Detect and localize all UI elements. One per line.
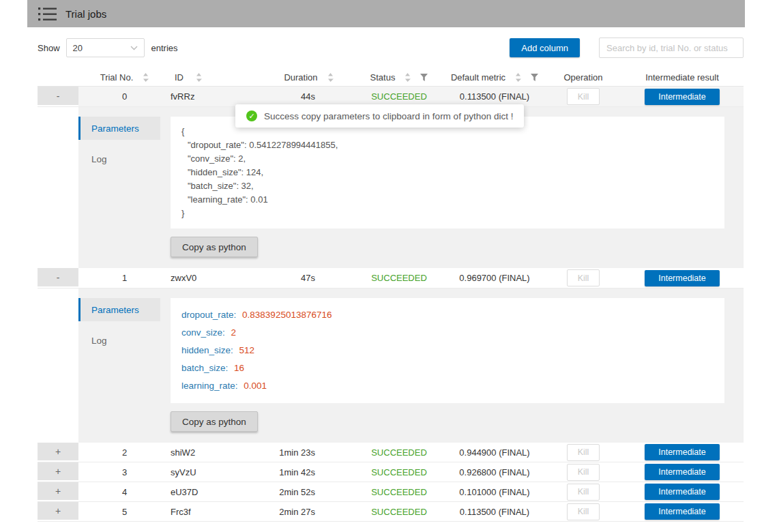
parameter-key: learning_rate: [181, 381, 238, 391]
titlebar: Trial jobs [27, 0, 745, 27]
trial-no-header-label[interactable]: Trial No. [100, 72, 134, 83]
duration-header-label[interactable]: Duration [284, 72, 317, 83]
column-header-id: ID [171, 72, 263, 83]
metric-cell: 0.926800 (FINAL) [443, 467, 546, 477]
duration-cell: 1min 23s [263, 447, 355, 458]
default-metric-header-label[interactable]: Default metric [451, 72, 505, 83]
toast-notification: ✓ Success copy parameters to clipboard i… [235, 104, 524, 128]
table-header-row: Trial No. ID Duration Status Default met… [38, 69, 744, 87]
duration-cell: 47s [263, 273, 355, 283]
trial-id-cell: eU37D [171, 487, 263, 497]
duration-cell: 2min 52s [263, 487, 355, 497]
intermediate-button[interactable]: Intermediate [645, 484, 720, 500]
column-header-status: Status [355, 72, 443, 83]
filter-icon[interactable] [531, 74, 538, 81]
json-line: "hidden_size": 124, [181, 166, 714, 179]
expand-row-button[interactable]: + [38, 462, 78, 480]
trial-id-cell: shiW2 [171, 447, 263, 458]
kill-button[interactable]: Kill [567, 503, 600, 520]
trial-no-cell: 3 [78, 467, 171, 477]
metric-cell: 0.969700 (FINAL) [443, 273, 546, 283]
parameter-line: dropout_rate: 0.8383925013876716 [181, 306, 714, 324]
parameters-list-box: dropout_rate: 0.8383925013876716 conv_si… [171, 298, 724, 403]
parameters-json-box: { "dropout_rate": 0.5412278994441855, "c… [171, 117, 724, 228]
kill-button[interactable]: Kill [567, 464, 600, 481]
operation-header-label: Operation [563, 72, 602, 83]
add-column-button[interactable]: Add column [510, 38, 580, 57]
tab-parameters[interactable]: Parameters [78, 117, 160, 140]
search-input[interactable] [599, 38, 744, 58]
table-row: + 5 Frc3f 2min 27s SUCCEEDED 0.113500 (F… [38, 502, 744, 522]
status-cell: SUCCEEDED [355, 487, 443, 497]
kill-button[interactable]: Kill [567, 444, 600, 461]
parameter-line: learning_rate: 0.001 [181, 377, 714, 395]
trial-id-cell: zwxV0 [171, 273, 263, 283]
json-line: "batch_size": 32, [181, 179, 714, 193]
parameter-value: 0.001 [244, 381, 267, 391]
copy-as-python-button[interactable]: Copy as python [171, 411, 258, 432]
sort-icon[interactable] [515, 73, 521, 82]
status-cell: SUCCEEDED [355, 273, 443, 283]
intermediate-button[interactable]: Intermediate [645, 464, 720, 480]
tab-log[interactable]: Log [78, 336, 160, 346]
intermediate-button[interactable]: Intermediate [645, 444, 720, 460]
id-header-label[interactable]: ID [175, 72, 183, 83]
detail-body: { "dropout_rate": 0.5412278994441855, "c… [160, 107, 744, 268]
status-cell: SUCCEEDED [355, 447, 443, 458]
parameter-key: conv_size: [181, 327, 225, 338]
metric-cell: 0.101000 (FINAL) [443, 487, 546, 497]
parameter-line: conv_size: 2 [181, 324, 714, 342]
parameter-value: 2 [231, 327, 237, 338]
duration-cell: 1min 42s [263, 467, 355, 477]
sort-icon[interactable] [143, 73, 149, 82]
trial-no-cell: 5 [78, 507, 171, 517]
table-row: + 4 eU37D 2min 52s SUCCEEDED 0.101000 (F… [38, 482, 744, 502]
column-header-operation: Operation [546, 72, 621, 83]
copy-as-python-button[interactable]: Copy as python [171, 237, 258, 257]
collapse-row-button[interactable]: - [38, 87, 78, 105]
tab-log[interactable]: Log [78, 154, 160, 164]
toolbar: Show 20 entries Add column [38, 38, 744, 58]
kill-button[interactable]: Kill [567, 484, 600, 501]
sort-icon[interactable] [196, 73, 202, 82]
trial-jobs-table: Trial No. ID Duration Status Default met… [38, 69, 744, 522]
trial-no-cell: 1 [78, 273, 171, 283]
intermediate-result-header-label: Intermediate result [645, 72, 719, 83]
sort-icon[interactable] [327, 73, 334, 82]
tab-parameters[interactable]: Parameters [78, 298, 160, 321]
page-size-select[interactable]: 20 [66, 38, 145, 57]
duration-cell: 44s [263, 91, 355, 102]
status-header-label[interactable]: Status [370, 72, 396, 83]
kill-button[interactable]: Kill [567, 88, 600, 105]
parameter-value: 512 [239, 345, 255, 355]
parameter-key: hidden_size: [181, 345, 233, 355]
detail-body: dropout_rate: 0.8383925013876716 conv_si… [160, 289, 744, 443]
column-header-duration: Duration [263, 72, 355, 83]
page-title: Trial jobs [65, 8, 106, 20]
trial-no-cell: 4 [78, 487, 171, 497]
trial-detail-panel: Parameters Log dropout_rate: 0.838392501… [78, 289, 744, 443]
table-row: + 3 syVzU 1min 42s SUCCEEDED 0.926800 (F… [38, 462, 744, 482]
intermediate-button[interactable]: Intermediate [645, 89, 720, 105]
sort-icon[interactable] [405, 73, 411, 82]
trial-no-cell: 2 [78, 447, 171, 458]
kill-button[interactable]: Kill [567, 269, 600, 286]
detail-tabs: Parameters Log [78, 289, 160, 443]
collapse-row-button[interactable]: - [38, 268, 78, 286]
trial-id-cell: syVzU [171, 467, 263, 477]
toast-message: Success copy parameters to clipboard in … [264, 111, 513, 121]
json-line: "dropout_rate": 0.5412278994441855, [181, 138, 714, 152]
entries-label: entries [151, 43, 178, 53]
metric-cell: 0.113500 (FINAL) [443, 91, 546, 102]
duration-cell: 2min 27s [263, 507, 355, 517]
parameter-line: batch_size: 16 [181, 359, 714, 377]
trial-no-cell: 0 [78, 91, 171, 102]
metric-cell: 0.944900 (FINAL) [443, 447, 546, 458]
intermediate-button[interactable]: Intermediate [645, 270, 720, 286]
column-header-intermediate-result: Intermediate result [621, 72, 744, 83]
expand-row-button[interactable]: + [38, 502, 78, 520]
intermediate-button[interactable]: Intermediate [645, 503, 720, 520]
expand-row-button[interactable]: + [38, 443, 78, 460]
filter-icon[interactable] [420, 74, 428, 81]
expand-row-button[interactable]: + [38, 482, 78, 500]
